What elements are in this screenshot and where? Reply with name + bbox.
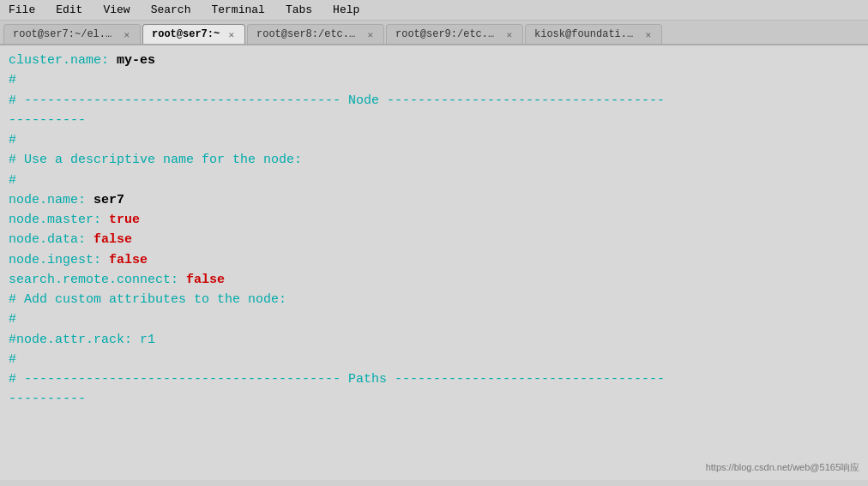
- tab-2[interactable]: root@ser7:~ ✕: [142, 24, 245, 44]
- tab-4-label: root@ser9:/etc...: [395, 28, 499, 40]
- line-6: # Use a descriptive name for the node:: [9, 150, 859, 170]
- menu-help[interactable]: Help: [329, 2, 363, 18]
- menu-view[interactable]: View: [99, 2, 133, 18]
- menu-tabs[interactable]: Tabs: [282, 2, 316, 18]
- line-3: # --------------------------------------…: [9, 91, 859, 111]
- line-9: node.master: true: [9, 210, 859, 230]
- tab-5-label: kiosk@foundati...: [534, 28, 638, 40]
- line-14: #: [9, 309, 859, 329]
- tab-5-close[interactable]: ✕: [643, 29, 653, 40]
- tabs-bar: root@ser7:~/el... ✕ root@ser7:~ ✕ root@s…: [0, 21, 868, 45]
- tab-3[interactable]: root@ser8:/etc... ✕: [247, 24, 384, 44]
- line-13: # Add custom attributes to the node:: [9, 290, 859, 309]
- menu-search[interactable]: Search: [148, 2, 195, 18]
- tab-4-close[interactable]: ✕: [504, 29, 514, 40]
- tab-1-label: root@ser7:~/el...: [13, 28, 117, 40]
- line-5: #: [9, 130, 859, 150]
- line-11: node.ingest: false: [9, 250, 859, 270]
- line-18: ----------: [9, 389, 859, 409]
- tab-1[interactable]: root@ser7:~/el... ✕: [3, 24, 141, 44]
- menu-file[interactable]: File: [5, 2, 39, 18]
- line-10: node.data: false: [9, 230, 859, 249]
- line-12: search.remote.connect: false: [9, 270, 859, 290]
- tab-3-label: root@ser8:/etc...: [256, 28, 360, 40]
- line-4: ----------: [9, 111, 859, 130]
- line-15: #node.attr.rack: r1: [9, 330, 859, 350]
- tab-3-close[interactable]: ✕: [365, 29, 375, 40]
- menu-terminal[interactable]: Terminal: [208, 2, 268, 18]
- tab-1-close[interactable]: ✕: [122, 29, 131, 40]
- menu-edit[interactable]: Edit: [52, 2, 86, 18]
- terminal-content[interactable]: cluster.name: my-es # # ----------------…: [0, 45, 868, 480]
- line-2: #: [9, 70, 859, 90]
- menu-bar: File Edit View Search Terminal Tabs Help: [0, 0, 868, 21]
- line-16: #: [9, 350, 859, 369]
- tab-5[interactable]: kiosk@foundati... ✕: [525, 24, 662, 44]
- line-7: #: [9, 171, 859, 190]
- line-8: node.name: ser7: [9, 190, 859, 210]
- line-1: cluster.name: my-es: [9, 51, 859, 70]
- tab-2-close[interactable]: ✕: [226, 29, 236, 40]
- tab-4[interactable]: root@ser9:/etc... ✕: [386, 24, 523, 44]
- tab-2-label: root@ser7:~: [152, 28, 221, 40]
- watermark: https://blog.csdn.net/web@5165响应: [706, 460, 859, 475]
- line-17: # --------------------------------------…: [9, 369, 859, 389]
